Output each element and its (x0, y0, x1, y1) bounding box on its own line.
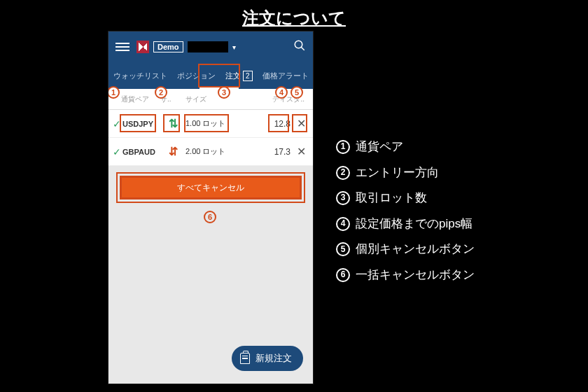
callout-5: 5 (290, 86, 303, 99)
svg-point-0 (295, 41, 302, 48)
legend-item: 1通貨ペア (336, 134, 475, 160)
col-pair: 通貨ペア (121, 94, 160, 104)
row-distance: 12.8 (234, 119, 295, 129)
legend-num: 4 (336, 217, 350, 231)
clipboard-icon (240, 353, 250, 364)
row-cancel-button[interactable]: ✕ (295, 145, 307, 158)
row-direction: ⇅ (160, 117, 186, 130)
account-selector[interactable] (188, 41, 228, 52)
new-order-label: 新規注文 (255, 352, 292, 365)
legend-item: 6一括キャンセルボタン (336, 262, 475, 288)
account-dropdown-icon[interactable]: ▾ (232, 43, 236, 51)
legend-text: 設定価格までのpips幅 (356, 211, 472, 237)
legend-num: 6 (336, 268, 350, 282)
row-pair: GBPAUD (122, 148, 160, 156)
legend-item: 3取引ロット数 (336, 186, 475, 211)
check-icon: ✓ (113, 118, 122, 130)
legend-text: 個別キャンセルボタン (356, 237, 475, 262)
legend-text: 通貨ペア (356, 134, 403, 160)
legend: 1通貨ペア 2エントリー方向 3取引ロット数 4設定価格までのpips幅 5個別… (336, 134, 475, 288)
tab-orders[interactable]: 注文 2 (220, 62, 258, 89)
svg-line-1 (301, 47, 304, 50)
row-cancel-button[interactable]: ✕ (295, 117, 307, 130)
order-row[interactable]: ✓ GBPAUD ⇵ 2.00 ロット 17.3 ✕ (108, 138, 313, 166)
legend-num: 1 (336, 140, 350, 154)
callout-2: 2 (155, 86, 167, 99)
tab-positions[interactable]: ポジション (172, 62, 220, 89)
row-direction: ⇵ (160, 145, 186, 158)
cancel-all-button[interactable]: すべてキャンセル (120, 176, 302, 200)
row-size: 1.00 ロット (186, 118, 234, 129)
callout-4: 4 (275, 86, 288, 99)
legend-text: 取引ロット数 (356, 186, 427, 211)
legend-num: 5 (336, 242, 350, 256)
legend-num: 2 (336, 166, 350, 180)
new-order-button[interactable]: 新規注文 (232, 346, 303, 371)
check-icon: ✓ (113, 146, 122, 158)
callout-3: 3 (218, 86, 230, 99)
row-distance: 17.3 (234, 147, 295, 157)
app-screenshot: Demo ▾ ウォッチリスト ポジション 注文 2 価格アラート 履歴 通貨ペア… (108, 31, 313, 384)
arrow-down-icon: ⇵ (169, 145, 178, 158)
tab-orders-count: 2 (243, 71, 253, 81)
legend-text: 一括キャンセルボタン (356, 262, 475, 288)
tab-watchlist[interactable]: ウォッチリスト (108, 62, 172, 89)
legend-item: 5個別キャンセルボタン (336, 237, 475, 262)
legend-text: エントリー方向 (356, 160, 439, 186)
tab-bar: ウォッチリスト ポジション 注文 2 価格アラート 履歴 (108, 62, 313, 89)
order-list-header: 通貨ペア サ.. サイズ ディスタ.. 1 2 3 4 5 (108, 89, 313, 110)
menu-icon[interactable] (115, 43, 130, 51)
app-logo-icon (136, 41, 149, 53)
legend-num: 3 (336, 191, 350, 205)
tab-orders-label: 注文 (225, 71, 241, 81)
demo-badge: Demo (153, 41, 183, 52)
legend-item: 2エントリー方向 (336, 160, 475, 186)
order-row[interactable]: ✓ USDJPY ⇅ 1.00 ロット 12.8 ✕ (108, 110, 313, 138)
row-pair: USDJPY (122, 120, 160, 128)
tab-price-alerts[interactable]: 価格アラート (258, 62, 313, 89)
callout-6: 6 (204, 211, 216, 223)
arrow-up-icon: ⇅ (169, 117, 178, 130)
search-icon[interactable] (293, 39, 306, 55)
page-title: 注文について (0, 0, 588, 29)
callout-1: 1 (108, 86, 120, 99)
row-size: 2.00 ロット (186, 146, 234, 157)
app-header: Demo ▾ (108, 31, 313, 62)
legend-item: 4設定価格までのpips幅 (336, 211, 475, 237)
